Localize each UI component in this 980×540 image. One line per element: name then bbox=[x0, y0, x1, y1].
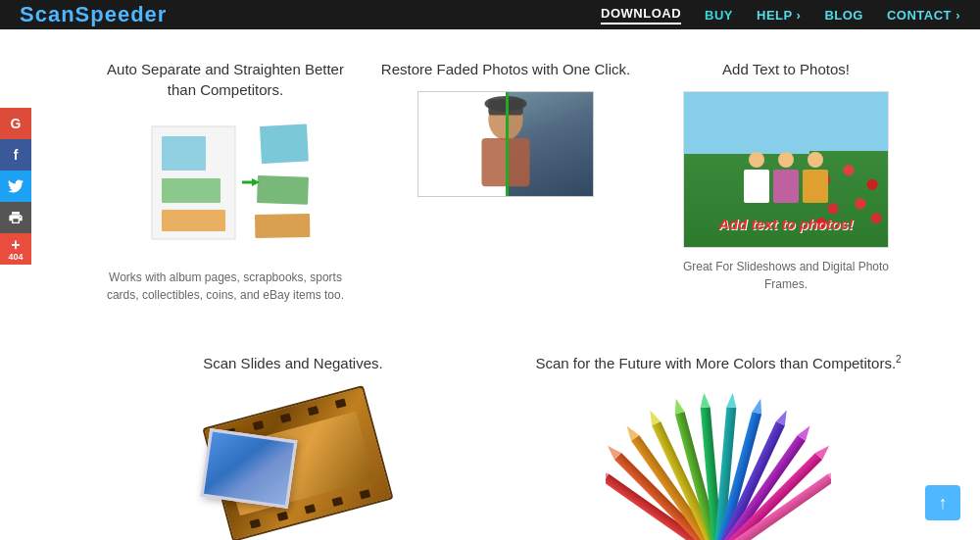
svg-rect-2 bbox=[162, 178, 220, 203]
facebook-share-button[interactable]: f bbox=[0, 139, 31, 171]
svg-rect-5 bbox=[257, 175, 309, 205]
svg-rect-4 bbox=[260, 123, 309, 163]
google-share-button[interactable]: G bbox=[0, 108, 31, 139]
svg-marker-24 bbox=[699, 392, 710, 408]
feature-add-text-desc: Great For Slideshows and Digital Photo F… bbox=[661, 258, 911, 293]
bottom-features-grid: Scan Slides and Negatives. bbox=[90, 343, 921, 540]
feature-auto-separate-title: Auto Separate and Straighten Better than… bbox=[100, 59, 351, 100]
add-text-overlay-label: Add text to photos! bbox=[718, 216, 853, 232]
feature-add-text-title: Add Text to Photos! bbox=[661, 59, 911, 79]
main-content: Auto Separate and Straighten Better than… bbox=[31, 29, 980, 540]
social-sidebar: G f + 404 bbox=[0, 108, 31, 265]
feature-auto-separate-image bbox=[127, 112, 323, 259]
feature-scan-slides: Scan Slides and Negatives. bbox=[90, 343, 496, 540]
feature-add-text-image: Add text to photos! bbox=[683, 91, 889, 248]
nav-download[interactable]: DOWNLOAD bbox=[601, 6, 681, 25]
feature-add-text: Add Text to Photos! bbox=[651, 49, 921, 314]
site-logo[interactable]: ScanSpeeder bbox=[20, 2, 167, 27]
nav-blog[interactable]: BLOG bbox=[824, 8, 863, 23]
svg-marker-22 bbox=[671, 397, 685, 414]
nav-buy[interactable]: BUY bbox=[705, 8, 733, 23]
svg-rect-6 bbox=[255, 214, 310, 238]
top-features-grid: Auto Separate and Straighten Better than… bbox=[90, 49, 921, 314]
slide-frame-image bbox=[201, 428, 298, 509]
nav-help[interactable]: HELP › bbox=[757, 8, 801, 23]
nav-contact[interactable]: CONTACT › bbox=[887, 8, 960, 23]
svg-marker-28 bbox=[753, 397, 766, 414]
twitter-share-button[interactable] bbox=[0, 171, 31, 202]
feature-scan-slides-image bbox=[195, 385, 391, 540]
navbar: ScanSpeeder DOWNLOAD BUY HELP › BLOG CON… bbox=[0, 0, 980, 29]
feature-auto-separate-desc: Works with album pages, scrapbooks, spor… bbox=[100, 269, 351, 304]
svg-marker-26 bbox=[726, 392, 737, 408]
feature-restore-faded-title: Restore Faded Photos with One Click. bbox=[380, 59, 631, 79]
scroll-to-top-button[interactable]: ↑ bbox=[925, 485, 960, 520]
more-share-button[interactable]: + 404 bbox=[0, 233, 31, 265]
feature-restore-faded: Restore Faded Photos with One Click. bbox=[370, 49, 641, 314]
nav-links: DOWNLOAD BUY HELP › BLOG CONTACT › bbox=[601, 6, 960, 25]
feature-more-colors: Scan for the Future with More Colors tha… bbox=[515, 343, 921, 540]
feature-auto-separate: Auto Separate and Straighten Better than… bbox=[90, 49, 361, 314]
svg-rect-3 bbox=[162, 210, 225, 231]
print-button[interactable] bbox=[0, 202, 31, 233]
feature-more-colors-title: Scan for the Future with More Colors tha… bbox=[525, 353, 911, 373]
feature-scan-slides-title: Scan Slides and Negatives. bbox=[100, 353, 486, 373]
svg-rect-1 bbox=[162, 136, 206, 171]
feature-more-colors-image bbox=[606, 385, 831, 540]
